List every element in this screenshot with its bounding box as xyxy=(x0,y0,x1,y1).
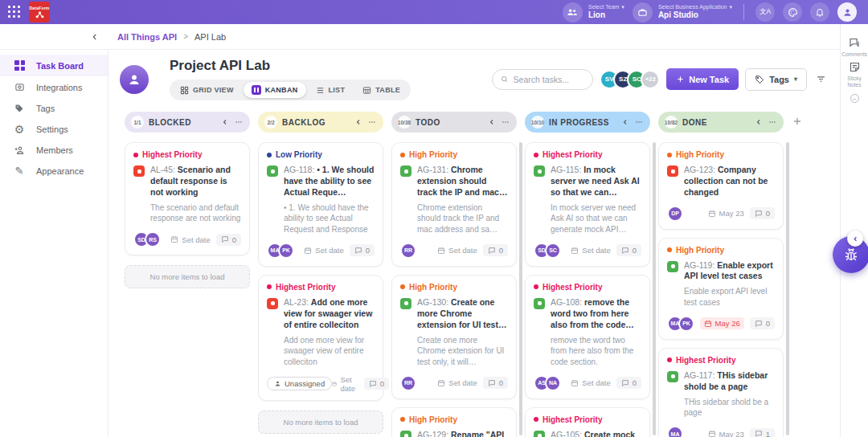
due-date-button[interactable]: Set date xyxy=(571,246,610,255)
column-collapse-button[interactable] xyxy=(755,118,763,126)
column-menu-button[interactable] xyxy=(234,118,244,126)
task-type-icon xyxy=(400,431,411,437)
column-scrollbar[interactable] xyxy=(786,142,789,435)
tab-list[interactable]: LIST xyxy=(308,83,354,98)
assignee-avatar[interactable]: RS xyxy=(145,231,161,247)
new-task-button[interactable]: New Task xyxy=(666,68,739,90)
due-date-button[interactable]: Set date xyxy=(571,378,610,387)
column-collapse-button[interactable] xyxy=(488,118,496,126)
assignee-avatar[interactable]: PK xyxy=(278,243,294,259)
task-id: AG-130: xyxy=(417,297,448,307)
column-scrollbar[interactable] xyxy=(519,142,522,435)
tab-table[interactable]: TABLE xyxy=(354,83,408,98)
task-card[interactable]: High Priority AG-131: Chrome extension s… xyxy=(391,142,517,267)
task-card[interactable]: Highest Priority AG-115: In mock server … xyxy=(525,142,650,267)
assignee-avatar[interactable]: NA xyxy=(545,375,561,391)
comments-button[interactable]: 0 xyxy=(483,377,508,389)
tab-grid-view[interactable]: GRID VIEW xyxy=(172,83,242,98)
column-collapse-button[interactable] xyxy=(621,118,629,126)
column-menu-button[interactable] xyxy=(634,118,644,126)
due-date-button[interactable]: Set date xyxy=(437,246,477,255)
sidebar-item-label: Integrations xyxy=(36,83,82,92)
task-description: In mock server we need Ask AI so that we… xyxy=(551,202,641,235)
app-launcher-icon[interactable] xyxy=(8,6,21,18)
comments-button[interactable]: 0 xyxy=(216,234,241,246)
column-collapse-button[interactable] xyxy=(354,118,362,126)
column-menu-button[interactable] xyxy=(367,118,377,126)
comments-panel-button[interactable]: Comments xyxy=(841,37,867,58)
comments-count: 0 xyxy=(766,209,770,218)
due-date-button[interactable]: May 23 xyxy=(708,209,744,218)
column-menu-button[interactable] xyxy=(501,118,510,126)
assignee-avatar[interactable]: MA xyxy=(667,426,683,437)
due-date-button[interactable]: Set date xyxy=(437,378,477,387)
comments-button[interactable]: 0 xyxy=(750,317,775,329)
add-column-button[interactable] xyxy=(792,116,803,127)
task-card[interactable]: Highest Priority AL-45: Scenario and def… xyxy=(125,142,250,255)
task-card[interactable]: Highest Priority AG-105: Create mock ser… xyxy=(525,407,650,437)
translate-button[interactable]: 文A xyxy=(755,2,775,22)
comments-button[interactable]: 0 xyxy=(350,244,375,256)
rail-collapse-button[interactable]: – xyxy=(850,94,859,103)
due-date-button[interactable]: May 26 xyxy=(700,317,744,329)
column-scrollbar[interactable] xyxy=(653,142,656,435)
assignee-avatar[interactable]: SC xyxy=(545,243,561,259)
business-application-selector[interactable]: Select Business Application▾ Api Studio xyxy=(633,2,732,22)
column-title: BACKLOG xyxy=(282,118,350,127)
filter-button[interactable] xyxy=(813,72,829,86)
widget-collapse-button[interactable] xyxy=(847,231,863,247)
back-button[interactable] xyxy=(90,32,100,42)
sidebar-item-members[interactable]: Members xyxy=(0,140,108,161)
task-card[interactable]: High Priority AG-130: Create one more Ch… xyxy=(391,275,517,399)
task-card[interactable]: High Priority AG-123: Company collection… xyxy=(658,142,784,230)
comments-count: 0 xyxy=(633,378,637,387)
column-count-badge: 1/1 xyxy=(131,116,144,129)
assignee-avatar[interactable]: RR xyxy=(400,375,416,391)
task-type-icon xyxy=(534,165,545,177)
tab-kanban[interactable]: KANBAN xyxy=(244,82,306,98)
account-button[interactable] xyxy=(837,2,857,22)
column-menu-button[interactable] xyxy=(768,118,777,126)
due-date-button[interactable]: Set date xyxy=(332,375,358,393)
comments-button[interactable]: 0 xyxy=(750,207,775,219)
sidebar-item-task-board[interactable]: Task Board xyxy=(0,55,108,76)
assignee-avatar[interactable]: DP xyxy=(667,206,683,222)
task-card[interactable]: Highest Priority AG-117: THis sidebar sh… xyxy=(658,348,784,437)
priority-dot-icon xyxy=(534,284,538,289)
task-card[interactable]: Highest Priority AG-108: remove the word… xyxy=(525,275,650,399)
comments-button[interactable]: 0 xyxy=(616,377,641,389)
task-card[interactable]: High Priority AG-119: Enable export API … xyxy=(658,238,784,340)
sidebar-item-settings[interactable]: ⚙ Settings xyxy=(0,119,108,140)
project-avatar[interactable] xyxy=(120,65,149,94)
sidebar-item-integrations[interactable]: Integrations xyxy=(0,76,108,98)
due-date-button[interactable]: May 23 xyxy=(708,430,744,437)
breadcrumb-link[interactable]: All Things API xyxy=(117,32,177,42)
comments-button[interactable]: 0 xyxy=(616,244,641,256)
search-box[interactable] xyxy=(492,69,593,90)
assignee-avatar[interactable]: PK xyxy=(678,316,694,332)
member-avatar[interactable]: +22 xyxy=(641,70,660,89)
due-date-button[interactable]: Set date xyxy=(304,246,343,255)
search-icon xyxy=(501,75,508,84)
unassigned-pill[interactable]: Unassigned xyxy=(267,377,332,390)
brand-logo[interactable]: DataForm xyxy=(29,2,50,22)
due-date-button[interactable]: Set date xyxy=(170,235,210,244)
theme-button[interactable] xyxy=(783,2,802,22)
assignee-avatar[interactable]: RR xyxy=(400,243,416,259)
sidebar-item-tags[interactable]: Tags xyxy=(0,98,108,119)
team-selector[interactable]: Select Team▾ Lion xyxy=(563,2,624,22)
comments-button[interactable]: 0 xyxy=(364,378,389,390)
task-card[interactable]: Highest Priority AL-23: Add one more vie… xyxy=(258,275,383,401)
notifications-button[interactable] xyxy=(810,2,829,22)
task-card[interactable]: High Priority AG-129: Rename "API Lab" t… xyxy=(391,407,517,437)
task-card[interactable]: Low Priority AG-118: • 1. We should have… xyxy=(258,142,383,267)
sticky-notes-panel-button[interactable]: Sticky Notes xyxy=(841,61,867,88)
comments-button[interactable]: 1 xyxy=(750,428,775,437)
tags-filter-button[interactable]: Tags ▾ xyxy=(745,68,807,91)
sidebar-item-appearance[interactable]: ✎ Appearance xyxy=(0,161,108,182)
column-collapse-button[interactable] xyxy=(221,118,229,126)
sidebar-item-label: Task Board xyxy=(36,61,84,71)
comments-button[interactable]: 0 xyxy=(483,244,508,256)
task-type-icon xyxy=(267,165,278,177)
search-input[interactable] xyxy=(514,75,585,84)
